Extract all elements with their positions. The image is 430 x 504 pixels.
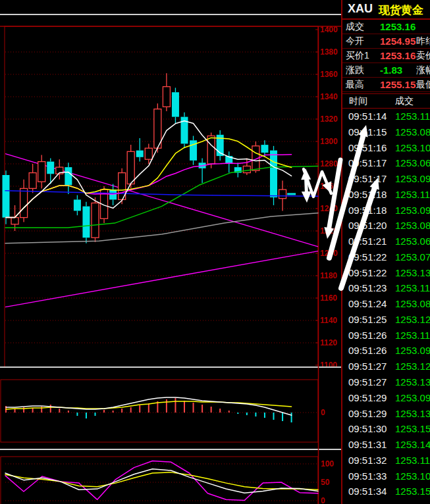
trade-row: 09:51:291253.13: [342, 406, 430, 422]
trade-price: 1253.11: [395, 189, 430, 200]
symbol-label: XAU: [348, 2, 373, 16]
quote-label-secondary: 涨幅: [416, 64, 430, 76]
trade-price: 1253.15: [395, 486, 430, 497]
y-axis-label: 1120: [320, 338, 337, 347]
trade-price: 1253.10: [395, 142, 430, 153]
candle-up: [207, 136, 215, 164]
trade-row: 09:51:201253.08: [342, 218, 430, 234]
candle-up: [279, 189, 286, 199]
trade-row: 09:51:211253.06: [342, 234, 430, 249]
trade-row: 09:51:341253.16: [342, 499, 430, 504]
y-axis-label: 1300: [320, 137, 338, 146]
trade-row: 09:51:181253.09: [342, 203, 430, 218]
candle-up: [243, 166, 250, 172]
trade-price: 1253.11: [395, 111, 430, 122]
candle-up: [163, 87, 170, 107]
candle-down: [261, 145, 268, 153]
quote-label: 今开: [346, 36, 364, 47]
trade-row: 09:51:261253.11: [342, 328, 430, 343]
quote-label-secondary: 昨结: [416, 36, 430, 47]
trade-row: 09:51:291253.09: [342, 390, 430, 406]
kdj-scale-label: 0: [321, 496, 325, 504]
y-axis-label: 1320: [320, 114, 338, 124]
trade-time: 09:51:30: [348, 423, 387, 434]
trade-price: 1253.09: [395, 392, 430, 403]
candle-up: [127, 151, 134, 184]
quote-label-secondary: 卖价: [416, 50, 430, 62]
quote-panel: XAU 现货黄金 成交1253.16今开1254.95昨结买价11253.16卖…: [341, 0, 430, 504]
trade-time: 09:51:27: [348, 361, 387, 372]
trade-time: 09:51:22: [348, 251, 387, 263]
kdj-scale-label: 50: [321, 478, 330, 487]
trade-row: 09:51:221253.07: [342, 249, 430, 265]
macd-zero-label: 0: [321, 408, 325, 417]
trade-price: 1253.13: [395, 267, 430, 278]
trade-price: 1253.08: [395, 126, 430, 138]
candle-up: [38, 162, 45, 182]
y-axis-label: 1280: [320, 159, 338, 168]
trade-row: 09:51:171253.06: [342, 155, 430, 171]
trade-time: 09:51:18: [348, 205, 387, 216]
trade-time: 09:51:16: [348, 142, 387, 153]
trade-price: 1253.15: [395, 423, 430, 434]
trade-price: 1253.09: [395, 173, 430, 184]
candle-down: [74, 199, 81, 211]
trade-row: 09:51:271253.13: [342, 374, 430, 390]
trade-price: 1253.08: [395, 298, 430, 309]
y-axis-label: 1260: [320, 182, 338, 191]
grid-layer: 1400138013601340132013001280126012401220…: [5, 25, 338, 370]
trade-time: 09:51:22: [348, 267, 387, 278]
trade-time: 09:51:34: [348, 501, 387, 504]
trade-time: 09:51:32: [348, 455, 387, 466]
panel-frame: [0, 14, 344, 504]
trade-price: 1253.12: [395, 314, 430, 325]
trade-time: 09:51:31: [348, 439, 387, 450]
candle-up: [29, 173, 36, 189]
quote-summary: 成交1253.16今开1254.95昨结买价11253.16卖价涨跌-1.83涨…: [342, 20, 430, 92]
quote-row: 买价11253.16卖价: [342, 49, 430, 63]
price-column-header: 成交: [395, 95, 414, 107]
quote-label: 成交: [346, 21, 364, 33]
candle-down: [47, 162, 54, 174]
trendline-ascending: [5, 251, 318, 307]
trade-time: 09:51:33: [348, 470, 387, 482]
kdj-d-line: [5, 472, 318, 490]
quote-row: 今开1254.95昨结: [342, 34, 430, 49]
instrument-name: 现货黄金: [379, 3, 423, 18]
trade-time: 09:51:26: [348, 345, 387, 356]
trade-price: 1253.10: [395, 470, 430, 482]
trade-time: 09:51:26: [348, 330, 387, 341]
trade-row: 09:51:311253.14: [342, 437, 430, 453]
trade-row: 09:51:261253.09: [342, 343, 430, 359]
trade-time: 09:51:27: [348, 376, 387, 388]
trade-row: 09:51:141253.11: [342, 109, 430, 124]
trade-row: 09:51:301253.15: [342, 421, 430, 437]
quote-row: 成交1253.16: [342, 20, 430, 34]
time-and-sales-list[interactable]: 09:51:141253.1109:51:151253.0809:51:1612…: [342, 109, 430, 504]
trade-row: 09:51:181253.11: [342, 187, 430, 203]
candlestick-layer: [3, 73, 296, 243]
macd-panel: 0: [5, 397, 325, 422]
trade-row: 09:51:241253.08: [342, 296, 430, 312]
trade-price: 1253.09: [395, 205, 430, 216]
trade-time: 09:51:15: [348, 126, 387, 138]
trade-row: 09:51:171253.09: [342, 171, 430, 187]
trade-time: 09:51:17: [348, 173, 387, 184]
kdj-scale-label: 100: [321, 459, 334, 468]
trade-time: 09:51:25: [348, 314, 387, 325]
quote-value: 1253.16: [380, 21, 416, 32]
y-axis-label: 1100: [320, 361, 337, 370]
trade-row: 09:51:221253.13: [342, 265, 430, 281]
trade-price: 1253.13: [395, 408, 430, 419]
trading-terminal-window: 1400138013601340132013001280126012401220…: [0, 0, 430, 504]
trade-price: 1253.12: [395, 361, 430, 372]
quote-value: -1.83: [380, 64, 402, 76]
candle-down: [136, 151, 144, 157]
trade-row: 09:51:331253.10: [342, 468, 430, 484]
candle-down: [172, 92, 179, 116]
trade-time: 09:51:29: [348, 392, 387, 403]
trade-row: 09:51:341253.15: [342, 484, 430, 499]
trade-time: 09:51:14: [348, 111, 387, 122]
y-axis-label: 1220: [320, 226, 338, 236]
quote-label: 买价1: [346, 50, 369, 62]
